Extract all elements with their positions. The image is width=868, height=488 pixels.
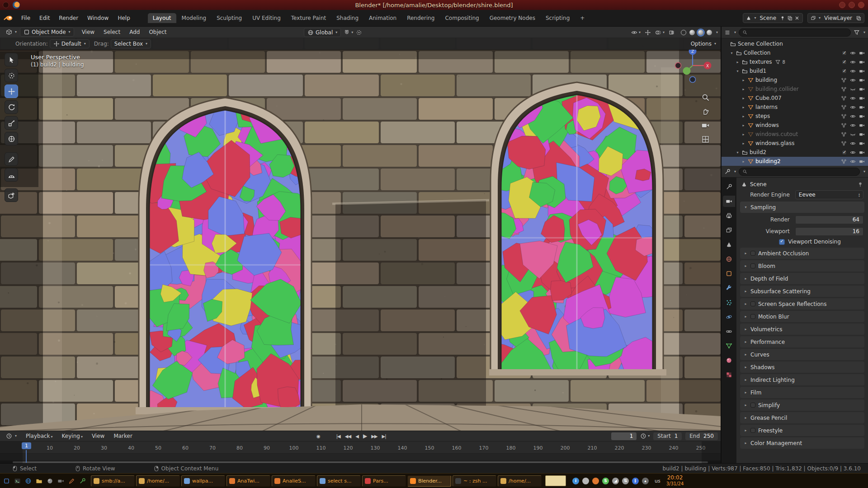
- properties-tab-texture[interactable]: [723, 369, 735, 380]
- panel-freestyle[interactable]: ▸Freestyle: [740, 425, 864, 436]
- shading-solid-button[interactable]: [689, 30, 695, 35]
- disclosure-open-icon[interactable]: ▾: [729, 51, 734, 55]
- panel-motion-blur[interactable]: ▸Motion Blur: [740, 311, 864, 322]
- menu-render[interactable]: Render: [55, 14, 82, 23]
- orientation-setting-dropdown[interactable]: Default ▾: [50, 39, 90, 48]
- outliner-row-scene-collection[interactable]: Scene Collection: [722, 39, 868, 48]
- properties-tab-output[interactable]: [723, 210, 735, 221]
- snap-toggle[interactable]: ▾: [344, 29, 353, 36]
- timeline-ruler[interactable]: 1020304050607080901001101201301401501601…: [0, 441, 721, 454]
- sampling-panel-header[interactable]: ▾ Sampling: [740, 202, 864, 213]
- properties-tab-view-layer[interactable]: [723, 225, 735, 236]
- disable-in-renders-icon[interactable]: [859, 104, 865, 110]
- pin-icon[interactable]: [857, 181, 863, 188]
- panel-checkbox[interactable]: [750, 301, 755, 306]
- timeline-menu-playback[interactable]: Playback▾: [22, 432, 57, 441]
- jump-to-end[interactable]: ▶|: [382, 434, 386, 439]
- new-layer-icon[interactable]: [856, 15, 861, 21]
- outliner-row-build2[interactable]: ▾build2: [722, 148, 868, 157]
- disclosure-closed-icon[interactable]: ▸: [741, 114, 746, 118]
- pin-icon[interactable]: [780, 15, 785, 21]
- panel-indirect-lighting[interactable]: ▸Indirect Lighting: [740, 374, 864, 385]
- timeline-menu-view[interactable]: View: [88, 432, 108, 441]
- show-overlays-dropdown[interactable]: ▾: [655, 29, 665, 36]
- tool-measure[interactable]: [5, 168, 18, 182]
- hide-in-viewport-icon[interactable]: [850, 50, 856, 56]
- disclosure-closed-icon[interactable]: ▸: [741, 78, 746, 82]
- render-engine-dropdown[interactable]: Eevee ▴▾: [795, 190, 863, 199]
- panel-checkbox[interactable]: [750, 314, 755, 319]
- disable-in-renders-icon[interactable]: [859, 113, 865, 119]
- workspace-tab-texture-paint[interactable]: Texture Paint: [286, 13, 331, 23]
- properties-search[interactable]: [739, 168, 860, 176]
- outliner-search-input[interactable]: [750, 30, 847, 35]
- outliner-row-windows-cutout[interactable]: ▸windows.cutout: [722, 130, 868, 139]
- frame-start-field[interactable]: Start 1: [653, 432, 682, 440]
- camera-view-icon[interactable]: [701, 121, 710, 130]
- disclosure-closed-icon[interactable]: ▸: [741, 87, 746, 91]
- launcher-media[interactable]: [45, 476, 54, 485]
- menu-file[interactable]: File: [17, 14, 34, 23]
- workspace-tab-animation[interactable]: Animation: [364, 13, 401, 23]
- drag-setting-dropdown[interactable]: Select Box ▾: [111, 39, 151, 48]
- workspace-tab-sculpting[interactable]: Sculpting: [212, 13, 247, 23]
- menu-help[interactable]: Help: [113, 14, 134, 23]
- gizmo-neg-x-axis[interactable]: [675, 63, 681, 69]
- next-keyframe[interactable]: ▶▶: [371, 434, 377, 439]
- current-frame-field[interactable]: 1: [611, 432, 637, 440]
- panel-checkbox[interactable]: [750, 428, 755, 433]
- sticky-note-button[interactable]: [545, 475, 566, 486]
- task-pars[interactable]: Pars...: [362, 475, 406, 487]
- timeline-scrollbar[interactable]: [13, 461, 708, 463]
- panel-depth-of-field[interactable]: ▸Depth of Field: [740, 273, 864, 284]
- viewport-menu-view[interactable]: View: [78, 28, 99, 37]
- panel-ambient-occlusion[interactable]: ▸Ambient Occlusion: [740, 248, 864, 259]
- hidden-in-viewport-icon[interactable]: [850, 131, 856, 137]
- properties-tab-object-data[interactable]: [723, 340, 735, 352]
- workspace-tab-geometry-nodes[interactable]: Geometry Nodes: [485, 13, 540, 23]
- window-menu-icon[interactable]: [3, 2, 9, 8]
- properties-tab-object[interactable]: [723, 268, 735, 279]
- properties-tab-material[interactable]: [723, 355, 735, 366]
- panel-color-management[interactable]: ▸Color Management: [740, 437, 864, 449]
- task-home[interactable]: /home/...: [136, 475, 180, 487]
- gizmo-y-axis[interactable]: [683, 67, 691, 75]
- viewport-samples-field[interactable]: 16: [795, 227, 863, 236]
- hide-in-viewport-icon[interactable]: [850, 104, 856, 110]
- tool-scale[interactable]: [5, 116, 18, 130]
- launcher-settings[interactable]: [78, 476, 87, 485]
- hidden-in-viewport-icon[interactable]: [850, 86, 856, 92]
- panel-bloom[interactable]: ▸Bloom: [740, 260, 864, 272]
- collection-exclude-checkbox[interactable]: [842, 60, 847, 65]
- tool-annotate[interactable]: [5, 152, 18, 166]
- frame-end-field[interactable]: End 250: [685, 432, 718, 440]
- disable-in-renders-icon[interactable]: [859, 141, 865, 146]
- play-button[interactable]: ▶: [363, 433, 367, 439]
- object-visibility-dropdown[interactable]: ▾: [631, 29, 641, 36]
- disclosure-closed-icon[interactable]: ▸: [741, 141, 746, 145]
- disable-in-renders-icon[interactable]: [859, 77, 865, 83]
- disable-in-renders-icon[interactable]: [859, 59, 865, 65]
- outliner-row-windows[interactable]: ▸windows: [722, 121, 868, 130]
- panel-checkbox[interactable]: [750, 403, 755, 408]
- disclosure-closed-icon[interactable]: ▸: [741, 132, 746, 136]
- filter-icon[interactable]: [854, 29, 860, 36]
- clock[interactable]: 20:02 3/31/24: [666, 475, 684, 486]
- hide-in-viewport-icon[interactable]: [850, 68, 856, 74]
- task-select-s[interactable]: select s...: [317, 475, 361, 487]
- task-analies[interactable]: AnalieS...: [272, 475, 316, 487]
- properties-tab-particles[interactable]: [723, 297, 735, 308]
- timeline-menu-marker[interactable]: Marker: [109, 432, 136, 441]
- shading-material-button[interactable]: [698, 30, 703, 35]
- maximize-button[interactable]: [849, 2, 855, 8]
- tray-chat-icon[interactable]: S: [602, 478, 609, 484]
- workspace-tab-compositing[interactable]: Compositing: [440, 13, 484, 23]
- editor-type-button[interactable]: ▾: [3, 28, 20, 36]
- tool-add-cube[interactable]: [5, 188, 18, 202]
- hide-in-viewport-icon[interactable]: [850, 159, 856, 164]
- previous-frame[interactable]: ◀: [355, 434, 359, 439]
- render-samples-field[interactable]: 64: [795, 216, 863, 224]
- disclosure-open-icon[interactable]: ▾: [735, 150, 740, 155]
- panel-performance[interactable]: ▸Performance: [740, 336, 864, 347]
- tool-rotate[interactable]: [5, 100, 18, 114]
